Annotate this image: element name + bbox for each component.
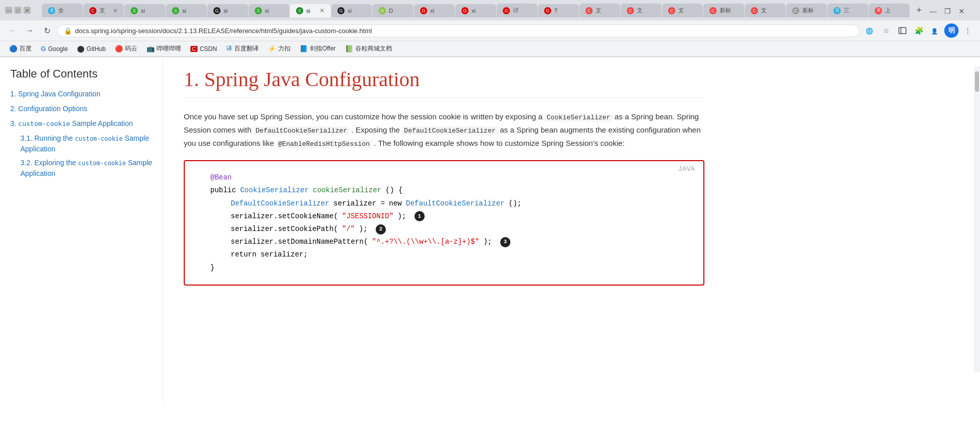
back-button[interactable]: ←	[5, 23, 19, 38]
close-window-icon[interactable]: ✕	[955, 5, 968, 17]
code-line-3: DefaultCookieSerializer serializer = new…	[200, 197, 688, 210]
tab-15[interactable]: C文	[621, 4, 662, 17]
tab-5[interactable]: Gsi	[207, 4, 248, 17]
tab-17[interactable]: C新标	[703, 4, 744, 17]
toc-link-1[interactable]: 1. Spring Java Configuration	[10, 90, 101, 98]
bookmark-gitee[interactable]: 🔴 码云	[111, 43, 141, 55]
extensions-button[interactable]: 🧩	[912, 23, 926, 38]
toc-link-2[interactable]: 2. Configuration Options	[10, 105, 87, 113]
tab-20[interactable]: 百三	[827, 4, 868, 17]
tab-icon-7: S	[296, 7, 303, 14]
scrollbar[interactable]	[974, 66, 980, 372]
tab-label-14: 文	[596, 7, 601, 14]
tab-18[interactable]: C文	[745, 4, 786, 17]
bookmark-jzoffer[interactable]: 📘 剑指Offer	[296, 43, 339, 55]
set-domain-pattern-call: serializer.setDomainNamePattern(	[231, 236, 368, 248]
tab-label-15: 文	[637, 7, 643, 14]
semicolon-6: );	[483, 236, 492, 248]
tab-label-12: 讨	[513, 7, 519, 14]
tab-icon-4: S	[172, 7, 179, 14]
tab-label-4: si	[182, 8, 186, 14]
bookmark-star-button[interactable]: ☆	[879, 23, 893, 38]
toc-sub-items: 3.1. Running the custom-cookie Sample Ap…	[20, 133, 153, 179]
toc-mono-3: custom-cookie	[18, 120, 70, 127]
kw-return: return	[231, 248, 256, 261]
toc-item-1: 1. Spring Java Configuration	[10, 89, 153, 99]
section-heading: 1. Spring Java Configuration	[184, 67, 704, 98]
tab-16[interactable]: C文	[662, 4, 703, 17]
tab-2[interactable]: C文✕	[83, 4, 124, 17]
bookmark-leetcode[interactable]: ⚡ 力扣	[264, 43, 295, 55]
tab-label-17: 新标	[720, 7, 731, 14]
user-profile-button[interactable]: 明	[944, 23, 959, 38]
tab-8[interactable]: Gsi	[331, 4, 372, 17]
tab-icon-18: C	[751, 7, 758, 14]
translate-button[interactable]: 🌐	[863, 23, 877, 38]
bookmark-csdn[interactable]: C CSDN	[186, 44, 221, 54]
inline-code-default-1: DefaultCookieSerializer	[254, 126, 349, 135]
tab-11[interactable]: Gxi	[455, 4, 496, 17]
jzoffer-icon: 📘	[300, 45, 308, 53]
tab-label-5: si	[224, 8, 228, 14]
tab-19[interactable]: C新标	[786, 4, 827, 17]
more-options-button[interactable]: ⋮	[961, 23, 975, 38]
restore-window-icon[interactable]: ❐	[941, 5, 953, 17]
intro-paragraph: Once you have set up Spring Session, you…	[184, 110, 704, 150]
tab-3[interactable]: Ssi	[125, 4, 165, 17]
tab-13[interactable]: GT	[538, 4, 579, 17]
bookmark-bilibili[interactable]: 📺 哔哩哔哩	[142, 43, 185, 55]
bookmark-github[interactable]: ⬤ GitHub	[73, 43, 110, 54]
close-brace: }	[210, 262, 214, 274]
tab-label-8: si	[348, 8, 352, 14]
tab-icon-8: G	[337, 7, 345, 14]
tab-label-19: 新标	[802, 7, 814, 14]
bookmark-jzoffer-label: 剑指Offer	[310, 44, 335, 53]
tab-close-7[interactable]: ✕	[320, 7, 325, 14]
tab-icon-6: S	[255, 7, 262, 14]
browser-sidebar-button[interactable]	[895, 23, 910, 38]
maximize-btn[interactable]: □	[14, 7, 21, 14]
tab-21[interactable]: 美上	[869, 4, 910, 17]
refresh-button[interactable]: ↻	[40, 23, 54, 38]
set-cookie-path-call: serializer.setCookiePath(	[231, 223, 338, 236]
tab-12[interactable]: G讨	[497, 4, 537, 17]
tab-label-2: 文	[100, 7, 105, 14]
bookmark-csdn-label: CSDN	[200, 45, 217, 53]
toc-link-3[interactable]: 3. custom-cookie Sample Application	[10, 119, 133, 127]
bookmark-fanyi[interactable]: 译 百度翻译	[222, 43, 263, 55]
semicolon-4: );	[398, 210, 406, 223]
code-block: @Bean public CookieSerializer cookieSeri…	[200, 171, 688, 274]
tab-icon-1: 全	[48, 7, 55, 14]
intro-text-3: . Exposing the	[351, 125, 400, 134]
profile-sync-button[interactable]: 👤	[928, 23, 942, 38]
tab-7[interactable]: Ssi✕	[290, 4, 331, 17]
new-tab-button[interactable]: +	[912, 3, 926, 17]
tab-1[interactable]: 全全	[42, 4, 83, 17]
minimize-window-icon[interactable]: —	[927, 5, 939, 17]
tab-10[interactable]: Gxi	[414, 4, 455, 17]
forward-button[interactable]: →	[22, 23, 37, 38]
toc-sub-item-1: 3.1. Running the custom-cookie Sample Ap…	[20, 133, 153, 155]
bookmark-google[interactable]: G Google	[37, 43, 72, 54]
scrollbar-thumb[interactable]	[975, 71, 979, 92]
tab-6[interactable]: Ssi	[249, 4, 289, 17]
bookmark-gulimall[interactable]: 📗 谷粒商城文档	[341, 43, 396, 55]
toc-link-3-2[interactable]: 3.2. Exploring the custom-cookie Sample …	[20, 159, 152, 177]
leetcode-icon: ⚡	[268, 45, 276, 53]
intro-text-5: . The following example shows how to cus…	[374, 139, 625, 147]
toc-item-2: 2. Configuration Options	[10, 104, 153, 114]
minimize-btn[interactable]: —	[5, 7, 12, 14]
tab-close-2[interactable]: ✕	[113, 7, 118, 14]
fanyi-icon: 译	[226, 44, 232, 53]
bookmark-baidu[interactable]: 🔵 百度	[5, 43, 36, 55]
tab-4[interactable]: Ssi	[166, 4, 207, 17]
set-cookie-name-call: serializer.setCookieName(	[231, 210, 338, 223]
badge-3: 3	[500, 237, 510, 247]
address-bar[interactable]: 🔒 docs.spring.io/spring-session/docs/2.1…	[57, 24, 860, 37]
kw-public-2: public	[210, 184, 236, 197]
tab-9[interactable]: DD	[373, 4, 413, 17]
toc-link-3-1[interactable]: 3.1. Running the custom-cookie Sample Ap…	[20, 134, 149, 153]
tab-icon-2: C	[89, 7, 96, 14]
close-btn[interactable]: ✕	[23, 7, 31, 14]
tab-14[interactable]: C文	[579, 4, 620, 17]
